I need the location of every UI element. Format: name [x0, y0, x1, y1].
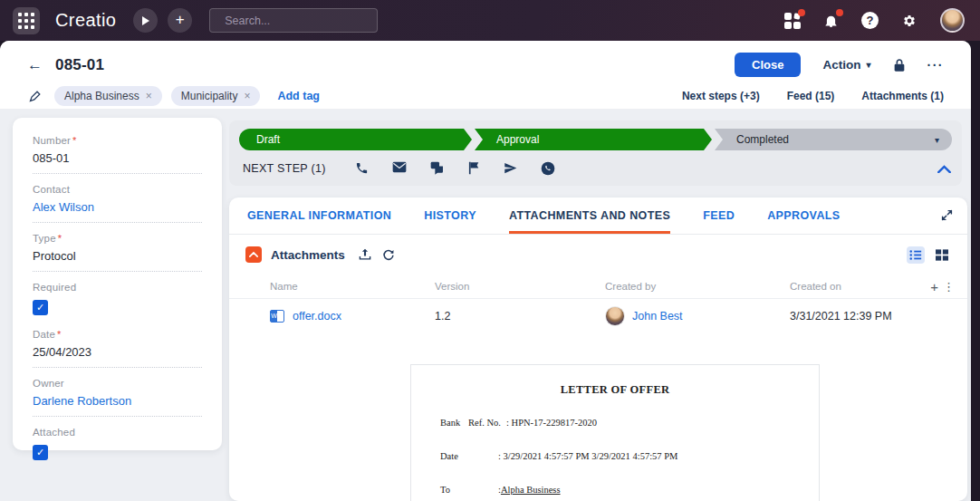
next-steps-link[interactable]: Next steps (+3): [682, 90, 760, 102]
stage-approval[interactable]: Approval: [475, 129, 712, 150]
flag-icon: [468, 161, 480, 175]
field-value[interactable]: Protocol: [33, 249, 202, 263]
phone-icon: [355, 161, 369, 175]
global-search[interactable]: [209, 8, 378, 33]
detail-card: GENERAL INFORMATION HISTORY ATTACHMENTS …: [229, 198, 967, 501]
stage-caret-icon[interactable]: ▾: [935, 135, 939, 145]
field-date: Date 25/04/2023: [33, 329, 202, 368]
field-label: Owner: [33, 378, 202, 389]
document-line: Bank Ref. No. : HPN-17-229817-2020: [440, 418, 819, 428]
collapse-panel-button[interactable]: [937, 165, 951, 173]
column-created-by[interactable]: Created by: [605, 281, 790, 292]
tab-general-information[interactable]: GENERAL INFORMATION: [247, 198, 391, 234]
tag-icon[interactable]: [28, 90, 42, 103]
stage-label: Approval: [496, 133, 539, 146]
column-version[interactable]: Version: [435, 281, 605, 292]
next-step-row: NEXT STEP (1): [243, 157, 951, 180]
tag-label: Municipality: [181, 90, 238, 102]
doc-value: : HPN-17-229817-2020: [506, 418, 597, 428]
feed-link[interactable]: Feed (15): [787, 90, 835, 102]
attached-checkbox[interactable]: ✓: [33, 445, 48, 460]
whatsapp-icon: [541, 161, 555, 176]
remove-tag-icon[interactable]: ×: [244, 90, 250, 102]
required-checkbox[interactable]: ✓: [33, 300, 48, 315]
search-input[interactable]: [225, 14, 370, 27]
list-view-button[interactable]: [907, 246, 925, 264]
chevron-up-icon: [249, 252, 258, 257]
action-label: Action: [822, 58, 860, 72]
quick-add-button[interactable]: +: [168, 8, 192, 33]
tag-pill[interactable]: Municipality ×: [171, 86, 261, 106]
stage-completed[interactable]: Completed ▾: [715, 129, 952, 150]
field-value[interactable]: 085-01: [33, 151, 202, 165]
tab-history[interactable]: HISTORY: [424, 198, 476, 234]
gear-icon: [901, 13, 918, 29]
attachments-link[interactable]: Attachments (1): [861, 90, 944, 102]
app-menu-icon[interactable]: [13, 7, 40, 34]
owner-link[interactable]: Darlene Robertson: [33, 394, 202, 408]
field-type: Type Protocol: [33, 233, 202, 272]
word-file-icon: W: [270, 310, 284, 323]
topbar: Creatio + ?: [0, 0, 980, 41]
field-label: Type: [33, 233, 202, 244]
created-by-link[interactable]: John Best: [632, 310, 683, 323]
action-dropdown[interactable]: Action ▾: [822, 58, 870, 72]
header-actions: Close Action ▾ ···: [735, 53, 944, 77]
contact-link[interactable]: Alex Wilson: [33, 200, 202, 214]
doc-value: : 3/29/2021 4:57:57 PM 3/29/2021 4:57:57…: [498, 451, 677, 461]
cell-created-on: 3/31/2021 12:39 PM: [790, 310, 967, 323]
tag-pill[interactable]: Alpha Business ×: [54, 86, 162, 106]
column-name[interactable]: Name: [270, 281, 435, 292]
stage-draft[interactable]: Draft: [239, 129, 472, 150]
field-value[interactable]: 25/04/2023: [33, 345, 202, 359]
notification-dot: [798, 9, 805, 16]
table-row[interactable]: W offer.docx 1.2 John Best 3/31/2021 12:…: [229, 299, 967, 332]
stage-label: Draft: [256, 133, 280, 146]
column-created-on[interactable]: Created on: [790, 281, 967, 292]
add-tag-button[interactable]: Add tag: [277, 90, 320, 102]
send-button[interactable]: [504, 161, 517, 176]
user-avatar[interactable]: [940, 8, 965, 33]
back-button[interactable]: ←: [27, 56, 43, 74]
cell-name: W offer.docx: [270, 310, 435, 323]
settings-button[interactable]: [901, 13, 918, 29]
chat-button[interactable]: [430, 161, 445, 176]
file-link[interactable]: offer.docx: [293, 310, 341, 323]
tab-attachments-and-notes[interactable]: ATTACHMENTS AND NOTES: [509, 198, 670, 234]
tab-approvals[interactable]: APPROVALS: [767, 198, 840, 234]
expand-button[interactable]: [941, 209, 953, 221]
tile-view-button[interactable]: [933, 246, 951, 264]
stage-bar: Draft Approval Completed ▾: [239, 129, 952, 150]
tab-feed[interactable]: FEED: [703, 198, 735, 234]
record-header: ← 085-01 Close Action ▾ ··· Alpha Busine…: [0, 41, 971, 109]
tabs-row: GENERAL INFORMATION HISTORY ATTACHMENTS …: [229, 198, 967, 235]
add-record-button[interactable]: +: [930, 279, 938, 294]
field-attached: Attached ✓: [33, 427, 202, 466]
lock-icon: [893, 58, 906, 72]
remove-tag-icon[interactable]: ×: [146, 90, 152, 102]
whatsapp-button[interactable]: [541, 161, 555, 176]
workflow-panel: Draft Approval Completed ▾ NEXT STEP (1): [229, 120, 962, 186]
more-options-button[interactable]: ···: [927, 58, 945, 72]
field-label: Required: [33, 282, 202, 293]
email-button[interactable]: [392, 161, 407, 176]
process-play-button[interactable]: [133, 8, 158, 33]
call-button[interactable]: [355, 161, 369, 176]
workplace-switcher-button[interactable]: [784, 13, 801, 29]
section-collapse-button[interactable]: [245, 246, 262, 263]
notifications-button[interactable]: [823, 13, 839, 29]
field-label: Date: [33, 329, 202, 340]
flag-button[interactable]: [468, 161, 480, 176]
play-icon: [141, 16, 149, 25]
close-button[interactable]: Close: [735, 53, 801, 77]
column-menu-button[interactable]: ⋮: [943, 280, 955, 294]
notification-dot: [836, 9, 843, 16]
refresh-button[interactable]: [382, 248, 395, 261]
chat-icon: [430, 161, 445, 175]
refresh-icon: [382, 248, 395, 261]
lock-button[interactable]: [893, 58, 906, 72]
upload-button[interactable]: [359, 248, 371, 261]
help-button[interactable]: ?: [861, 12, 879, 29]
attachments-section-header: Attachments: [229, 235, 967, 275]
list-view-icon: [909, 249, 922, 261]
